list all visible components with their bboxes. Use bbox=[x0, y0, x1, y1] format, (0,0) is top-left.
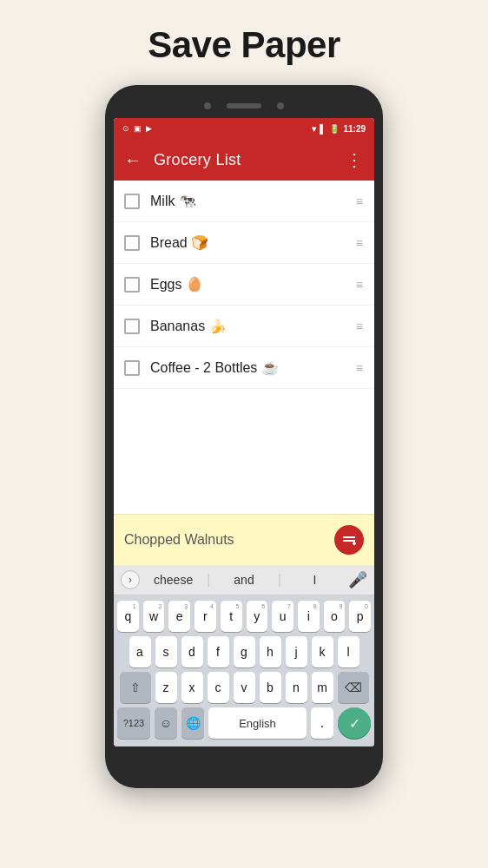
grocery-text-3: Eggs 🥚 bbox=[150, 276, 356, 293]
battery-icon: 🔋 bbox=[329, 124, 340, 134]
key-i[interactable]: 8i bbox=[298, 601, 320, 632]
keyboard-row-1: 1q 2w 3e 4r 5t 6y 7u 8i 9o 0p bbox=[117, 601, 371, 632]
key-b[interactable]: b bbox=[260, 672, 281, 703]
suggestion-divider-2: | bbox=[278, 572, 281, 588]
key-o[interactable]: 9o bbox=[324, 601, 346, 632]
input-row bbox=[114, 514, 374, 565]
status-time: 11:29 bbox=[343, 124, 366, 134]
status-play-icon: ▶ bbox=[146, 124, 152, 133]
drag-handle-2[interactable]: ≡ bbox=[356, 236, 364, 250]
drag-handle-3[interactable]: ≡ bbox=[356, 278, 364, 292]
key-f[interactable]: f bbox=[208, 636, 229, 667]
key-l[interactable]: l bbox=[338, 636, 359, 667]
key-w[interactable]: 2w bbox=[143, 601, 165, 632]
microphone-icon[interactable]: 🎤 bbox=[348, 570, 367, 589]
grocery-text-5: Coffee - 2 Bottles ☕ bbox=[150, 359, 356, 376]
grocery-checkbox-2[interactable] bbox=[124, 235, 140, 251]
key-j[interactable]: j bbox=[286, 636, 307, 667]
grocery-item-3: Eggs 🥚 ≡ bbox=[114, 264, 374, 306]
keyboard-row-2: a s d f g h j k l bbox=[117, 636, 371, 667]
key-r[interactable]: 4r bbox=[195, 601, 216, 632]
grocery-text-4: Bananas 🍌 bbox=[150, 318, 356, 334]
grocery-checkbox-4[interactable] bbox=[124, 319, 140, 334]
key-d[interactable]: d bbox=[181, 636, 203, 667]
key-h[interactable]: h bbox=[260, 636, 281, 667]
back-button[interactable]: ← bbox=[124, 150, 142, 170]
grocery-item-2: Bread 🍞 ≡ bbox=[114, 222, 374, 264]
key-u[interactable]: 7u bbox=[272, 601, 293, 632]
key-v[interactable]: v bbox=[234, 672, 255, 703]
globe-key[interactable]: 🌐 bbox=[181, 707, 204, 739]
phone-top-bar bbox=[114, 97, 374, 118]
key-y[interactable]: 6y bbox=[247, 601, 268, 632]
grocery-checkbox-1[interactable] bbox=[124, 194, 140, 209]
add-item-button[interactable] bbox=[334, 525, 364, 555]
status-bar: ⊙ ▣ ▶ ▾ ▌ 🔋 11:29 bbox=[114, 118, 374, 139]
grocery-text-1: Milk 🐄 bbox=[150, 193, 356, 209]
key-m[interactable]: m bbox=[312, 672, 333, 703]
phone-screen: ⊙ ▣ ▶ ▾ ▌ 🔋 11:29 ← Grocery List ⋮ Milk … bbox=[114, 118, 374, 746]
keyboard-row-3: ⇧ z x c v b n m ⌫ bbox=[117, 672, 371, 703]
enter-key[interactable]: ✓ bbox=[338, 707, 371, 739]
drag-handle-1[interactable]: ≡ bbox=[356, 194, 364, 208]
wifi-icon: ▾ bbox=[312, 124, 316, 134]
grocery-checkbox-5[interactable] bbox=[124, 360, 140, 376]
status-left-icons: ⊙ ▣ ▶ bbox=[122, 124, 152, 133]
key-e[interactable]: 3e bbox=[168, 601, 190, 632]
suggestion-divider-1: | bbox=[207, 572, 210, 588]
symbols-key[interactable]: ?123 bbox=[117, 707, 150, 739]
app-bar: ← Grocery List ⋮ bbox=[114, 139, 374, 181]
page-heading: Save Paper bbox=[148, 24, 340, 66]
drag-handle-5[interactable]: ≡ bbox=[356, 361, 364, 375]
period-key[interactable]: . bbox=[311, 707, 333, 739]
emoji-key[interactable]: ☺ bbox=[155, 707, 177, 739]
grocery-item-4: Bananas 🍌 ≡ bbox=[114, 306, 374, 347]
key-s[interactable]: s bbox=[155, 636, 177, 667]
spacebar[interactable]: English bbox=[208, 707, 307, 739]
key-g[interactable]: g bbox=[234, 636, 255, 667]
key-k[interactable]: k bbox=[312, 636, 333, 667]
phone-frame: ⊙ ▣ ▶ ▾ ▌ 🔋 11:29 ← Grocery List ⋮ Milk … bbox=[105, 85, 383, 788]
suggestions-bar: › cheese | and | I 🎤 bbox=[114, 565, 374, 595]
key-z[interactable]: z bbox=[155, 672, 177, 703]
status-circle-icon: ⊙ bbox=[122, 124, 129, 133]
key-n[interactable]: n bbox=[286, 672, 307, 703]
suggestion-word-1[interactable]: cheese bbox=[145, 571, 201, 589]
grocery-list: Milk 🐄 ≡ Bread 🍞 ≡ Eggs 🥚 ≡ Bananas 🍌 ≡ … bbox=[114, 181, 374, 514]
key-a[interactable]: a bbox=[129, 636, 151, 667]
suggestion-word-3[interactable]: I bbox=[287, 571, 343, 589]
shift-key[interactable]: ⇧ bbox=[120, 672, 151, 703]
app-bar-title: Grocery List bbox=[154, 151, 346, 169]
status-right-icons: ▾ ▌ 🔋 11:29 bbox=[312, 124, 366, 134]
phone-speaker bbox=[227, 103, 261, 108]
grocery-checkbox-3[interactable] bbox=[124, 277, 140, 293]
drag-handle-4[interactable]: ≡ bbox=[356, 319, 364, 333]
keyboard: 1q 2w 3e 4r 5t 6y 7u 8i 9o 0p a s d f g … bbox=[114, 595, 374, 746]
grocery-item-1: Milk 🐄 ≡ bbox=[114, 181, 374, 222]
suggestion-word-2[interactable]: and bbox=[215, 571, 272, 589]
more-menu-button[interactable]: ⋮ bbox=[346, 149, 364, 170]
key-c[interactable]: c bbox=[208, 672, 229, 703]
grocery-item-5: Coffee - 2 Bottles ☕ ≡ bbox=[114, 347, 374, 389]
front-camera bbox=[204, 102, 211, 109]
status-sim-icon: ▣ bbox=[134, 124, 142, 133]
keyboard-row-4: ?123 ☺ 🌐 English . ✓ bbox=[117, 707, 371, 739]
key-p[interactable]: 0p bbox=[349, 601, 371, 632]
grocery-text-2: Bread 🍞 bbox=[150, 234, 356, 251]
key-q[interactable]: 1q bbox=[117, 601, 139, 632]
item-input[interactable] bbox=[124, 532, 334, 548]
backspace-key[interactable]: ⌫ bbox=[338, 672, 369, 703]
key-x[interactable]: x bbox=[181, 672, 203, 703]
key-t[interactable]: 5t bbox=[221, 601, 242, 632]
signal-icon: ▌ bbox=[320, 124, 326, 134]
phone-sensor bbox=[277, 102, 284, 109]
suggestion-expand-button[interactable]: › bbox=[121, 570, 140, 589]
